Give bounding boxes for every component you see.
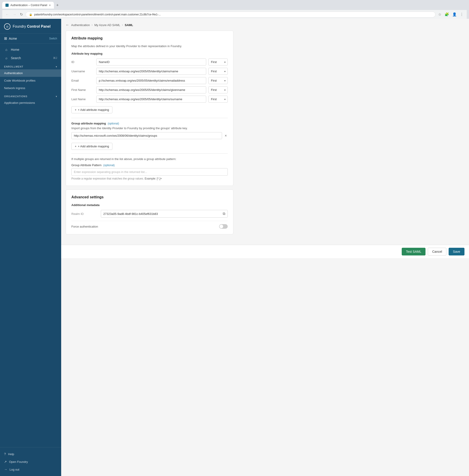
- address-bar[interactable]: 🔒 palantirfoundry.com/workspace/control-…: [26, 12, 436, 17]
- attr-label-email: Email: [71, 79, 94, 82]
- footer-bar: Test SAML Cancel Save: [61, 245, 469, 258]
- menu-icon[interactable]: ⋮: [459, 11, 465, 17]
- sidebar-app-name: Foundry Control Panel: [13, 24, 50, 29]
- sidebar-item-network-ingress[interactable]: Network ingress: [0, 84, 61, 92]
- attr-select-email[interactable]: FirstLastAll: [208, 77, 228, 84]
- force-auth-label: Force authentication: [71, 225, 217, 228]
- attr-row-id: ID FirstLastAll: [71, 58, 228, 66]
- open-foundry-icon: ↗: [4, 460, 7, 463]
- tab-favicon: [5, 4, 9, 7]
- sidebar-item-home-label: Home: [11, 48, 19, 51]
- add-mapping-plus-icon: +: [75, 108, 77, 112]
- add-group-mapping-plus-icon: +: [75, 145, 77, 148]
- active-tab: Authentication – Control Panel ×: [2, 2, 54, 9]
- sidebar-item-home[interactable]: ⌂ Home: [0, 45, 61, 54]
- sidebar-log-out-item[interactable]: → Log out: [0, 466, 61, 473]
- main-content: ← Authentication › My Azure AD SAML › SA…: [61, 19, 469, 476]
- switch-button[interactable]: Switch: [49, 37, 57, 40]
- attr-input-id[interactable]: [96, 58, 206, 66]
- enrollment-section-header: ENROLLMENT ▾: [0, 62, 61, 69]
- save-button[interactable]: Save: [449, 248, 465, 255]
- url-text: palantirfoundry.com/workspace/control-pa…: [34, 13, 161, 16]
- breadcrumb-current: SAML: [125, 23, 133, 27]
- attr-label-id: ID: [71, 60, 94, 64]
- new-tab-button[interactable]: +: [54, 2, 61, 9]
- realm-id-copy-button[interactable]: ⧉: [223, 212, 225, 216]
- sidebar-item-application-permissions[interactable]: Application permissions: [0, 99, 61, 106]
- attr-select-wrap-id: FirstLastAll: [208, 58, 228, 66]
- enrollment-arrow-icon: ▾: [56, 66, 57, 68]
- organizations-section-header: ORGANIZATIONS ▾: [0, 92, 61, 99]
- browser-nav: ← → ↻ 🔒 palantirfoundry.com/workspace/co…: [2, 10, 467, 19]
- lock-icon: 🔒: [29, 13, 33, 16]
- attribute-mapping-title: Attribute mapping: [71, 36, 228, 40]
- tab-close-button[interactable]: ×: [49, 4, 51, 7]
- group-pattern-input[interactable]: [71, 168, 228, 176]
- sidebar-nav: ⌂ Home ⌕ Search ⌘J ENROLLMENT ▾ Authenti…: [0, 44, 61, 108]
- multiple-groups-text: If multiple groups are returned in the l…: [71, 157, 228, 161]
- group-attr-header: Group attribute mapping (optional): [71, 122, 228, 125]
- group-pattern-example: Example: [^,]+: [145, 177, 162, 180]
- group-pattern-optional: (optional): [103, 164, 115, 167]
- sidebar-footer: ? Help ↗ Open Foundry → Log out: [0, 447, 61, 476]
- breadcrumb-authentication[interactable]: Authentication: [71, 23, 90, 27]
- profile-icon[interactable]: 👤: [451, 11, 458, 17]
- attr-select-username[interactable]: FirstLastAll: [208, 68, 228, 75]
- breadcrumb-saml-config[interactable]: My Azure AD SAML: [94, 23, 120, 27]
- browser-chrome: Authentication – Control Panel × + ← → ↻…: [0, 0, 469, 19]
- realm-id-label: Realm ID: [71, 212, 99, 216]
- add-attribute-mapping-button[interactable]: + + Add attribute mapping: [71, 106, 112, 113]
- nav-icons: ☆ 🧩 👤 ⋮: [437, 11, 465, 17]
- group-input-row: ×: [71, 132, 228, 139]
- back-button[interactable]: ←: [4, 12, 10, 17]
- refresh-button[interactable]: ↻: [19, 11, 24, 17]
- attr-row-username: Username FirstLastAll: [71, 68, 228, 75]
- advanced-settings-title: Advanced settings: [71, 195, 228, 199]
- sidebar-item-authentication[interactable]: Authentication: [0, 69, 61, 77]
- add-mapping-label: + Add attribute mapping: [78, 108, 109, 112]
- attr-input-lastname[interactable]: [96, 96, 206, 103]
- force-auth-toggle[interactable]: [219, 224, 228, 229]
- realm-id-input[interactable]: [103, 212, 223, 216]
- browser-tabs: Authentication – Control Panel × +: [2, 2, 467, 9]
- realm-id-input-wrap: ⧉: [101, 210, 228, 218]
- group-pattern-hint: Provide a regular expression that matche…: [71, 177, 228, 180]
- sidebar-header: ◎ Foundry Control Panel: [0, 19, 61, 34]
- sidebar-org: ⊞ Acme Switch: [0, 34, 61, 44]
- attr-select-lastname[interactable]: FirstLastAll: [208, 96, 228, 103]
- sidebar-logo: ◎: [4, 23, 10, 30]
- sidebar-open-foundry-item[interactable]: ↗ Open Foundry: [0, 458, 61, 466]
- star-icon[interactable]: ☆: [437, 11, 442, 17]
- add-group-mapping-button[interactable]: + + Add attribute mapping: [71, 143, 112, 150]
- attr-input-email[interactable]: [96, 77, 206, 84]
- breadcrumb-back-button[interactable]: ←: [66, 23, 69, 27]
- group-clear-button[interactable]: ×: [224, 133, 228, 139]
- group-attr-input[interactable]: [71, 132, 222, 139]
- forward-button[interactable]: →: [12, 12, 17, 17]
- advanced-settings-card: Advanced settings Additional metadata Re…: [66, 189, 233, 234]
- attr-select-firstname[interactable]: FirstLastAll: [208, 86, 228, 93]
- attr-input-username[interactable]: [96, 68, 206, 75]
- force-auth-row: Force authentication: [71, 221, 228, 229]
- sidebar-item-code-workbook-profiles[interactable]: Code Workbook profiles: [0, 77, 61, 84]
- attr-select-id[interactable]: FirstLastAll: [208, 58, 228, 66]
- app: ◎ Foundry Control Panel ⊞ Acme Switch ⌂ …: [0, 19, 469, 476]
- extensions-icon[interactable]: 🧩: [444, 11, 450, 17]
- attr-label-username: Username: [71, 69, 94, 73]
- breadcrumb-sep-2: ›: [122, 23, 123, 27]
- breadcrumb-sep-1: ›: [92, 23, 92, 27]
- cancel-button[interactable]: Cancel: [428, 248, 446, 255]
- attr-row-lastname: Last Name FirstLastAll: [71, 96, 228, 103]
- sidebar: ◎ Foundry Control Panel ⊞ Acme Switch ⌂ …: [0, 19, 61, 476]
- sidebar-item-search[interactable]: ⌕ Search ⌘J: [0, 54, 61, 62]
- attr-input-firstname[interactable]: [96, 86, 206, 93]
- sidebar-help-item[interactable]: ? Help: [0, 450, 61, 458]
- breadcrumb: ← Authentication › My Azure AD SAML › SA…: [66, 19, 233, 31]
- realm-id-row: Realm ID ⧉: [71, 210, 228, 218]
- add-group-mapping-label: + Add attribute mapping: [78, 145, 109, 148]
- search-icon: ⌕: [4, 56, 9, 60]
- attr-row-firstname: First Name FirstLastAll: [71, 86, 228, 93]
- test-saml-button[interactable]: Test SAML: [402, 248, 426, 255]
- attr-select-wrap-lastname: FirstLastAll: [208, 96, 228, 103]
- search-shortcut: ⌘J: [53, 56, 57, 60]
